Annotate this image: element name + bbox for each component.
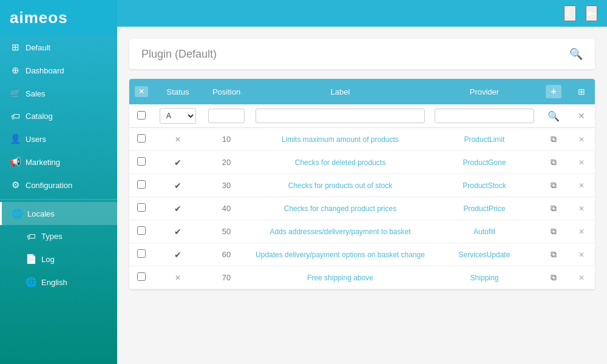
row-provider-cell: Autofill: [430, 220, 539, 243]
col-header-position: Position: [202, 79, 251, 104]
table-row: ✔ 60 Updates delivery/payment options on…: [129, 243, 595, 266]
row-provider-cell: ServicesUpdate: [430, 243, 539, 266]
sidebar-item-configuration[interactable]: ⚙ Configuration: [0, 174, 117, 197]
catalog-icon: 🏷: [10, 111, 21, 121]
sidebar-item-log[interactable]: 📄 Log: [0, 248, 117, 271]
label-filter-input[interactable]: [256, 109, 425, 123]
row-status-cell: ✔: [154, 197, 202, 220]
row-provider-cell: ProductStock: [430, 174, 539, 197]
sidebar-label-locales: Locales: [27, 209, 55, 218]
check-icon: ✔: [174, 250, 181, 260]
col-header-status: Status: [154, 79, 202, 104]
row-status-cell: ✔: [154, 174, 202, 197]
sidebar-item-english[interactable]: 🌐 English: [0, 271, 117, 294]
marketing-icon: 📢: [10, 157, 21, 167]
row-copy-cell: ⧉: [539, 197, 568, 220]
copy-row-button[interactable]: ⧉: [548, 248, 559, 261]
delete-row-button[interactable]: ✕: [576, 134, 587, 145]
table-row: ✔ 40 Checks for changed product prices P…: [129, 197, 595, 220]
sidebar-label-dashboard: Dashboard: [25, 66, 64, 75]
row-delete-cell: ✕: [568, 220, 595, 243]
delete-row-button[interactable]: ✕: [576, 272, 587, 283]
filter-checkbox-cell: [129, 104, 154, 128]
top-bar: ☾ ⇥: [117, 0, 607, 27]
row-checkbox-6[interactable]: [137, 272, 146, 281]
table-row: ✕ 70 Free shipping above Shipping ⧉ ✕: [129, 266, 595, 289]
row-status-cell: ✔: [154, 220, 202, 243]
row-provider-cell: Shipping: [430, 266, 539, 289]
row-checkbox-3[interactable]: [137, 203, 146, 212]
check-icon: ✔: [174, 158, 181, 167]
check-icon: ✔: [174, 204, 181, 214]
delete-row-button[interactable]: ✕: [576, 157, 587, 168]
check-icon: ✔: [174, 227, 181, 237]
row-checkbox-4[interactable]: [137, 226, 146, 235]
provider-filter-input[interactable]: [435, 109, 534, 123]
log-icon: 📄: [25, 254, 36, 265]
copy-row-button[interactable]: ⧉: [548, 202, 559, 215]
row-position-cell: 20: [202, 151, 251, 174]
sidebar-item-catalog[interactable]: 🏷 Catalog: [0, 105, 117, 127]
add-row-button[interactable]: +: [546, 85, 561, 98]
row-checkbox-cell: [129, 220, 154, 243]
filter-status-cell: A I: [154, 104, 202, 128]
sidebar-label-sales: Sales: [25, 89, 46, 98]
status-filter-select[interactable]: A I: [160, 108, 196, 124]
sidebar-item-types[interactable]: 🏷 Types: [0, 225, 117, 248]
table-row: ✕ 10 Limits maximum amount of products P…: [129, 128, 595, 151]
delete-row-button[interactable]: ✕: [576, 249, 587, 260]
select-all-checkbox[interactable]: [137, 111, 146, 120]
row-label-cell: Checks for products out of stock: [251, 174, 430, 197]
close-all-button[interactable]: ✕: [135, 86, 148, 97]
sidebar-item-default[interactable]: ⊞ Default: [0, 36, 117, 59]
delete-row-button[interactable]: ✕: [576, 180, 587, 191]
row-provider-cell: ProductPrice: [430, 197, 539, 220]
row-copy-cell: ⧉: [539, 151, 568, 174]
row-provider-cell: ProductGone: [430, 151, 539, 174]
row-checkbox-cell: [129, 197, 154, 220]
position-filter-input[interactable]: [208, 109, 245, 123]
row-checkbox-0[interactable]: [137, 134, 146, 143]
row-checkbox-2[interactable]: [137, 180, 146, 189]
users-icon: 👤: [10, 133, 21, 144]
logo-text: aimeos: [10, 8, 68, 27]
delete-row-button[interactable]: ✕: [576, 226, 587, 237]
row-checkbox-1[interactable]: [137, 157, 146, 166]
sidebar-item-marketing[interactable]: 📢 Marketing: [0, 150, 117, 174]
row-copy-cell: ⧉: [539, 243, 568, 266]
copy-row-button[interactable]: ⧉: [548, 271, 559, 284]
copy-row-button[interactable]: ⧉: [548, 179, 559, 192]
row-position-cell: 60: [202, 243, 251, 266]
columns-button[interactable]: ⊞: [578, 87, 585, 96]
col-header-cols: ⊞: [568, 79, 595, 104]
sales-icon: 🛒: [10, 88, 21, 99]
sidebar-label-default: Default: [25, 43, 50, 52]
check-icon: ✔: [174, 181, 181, 190]
row-position-cell: 70: [202, 266, 251, 289]
filter-clear-button[interactable]: ✕: [574, 110, 589, 122]
night-mode-button[interactable]: ☾: [564, 5, 576, 21]
grid-icon: ⊞: [10, 42, 21, 53]
sidebar-item-dashboard[interactable]: ⊕ Dashboard: [0, 59, 117, 82]
sidebar-item-sales[interactable]: 🛒 Sales: [0, 82, 117, 105]
row-copy-cell: ⧉: [539, 128, 568, 151]
filter-row: A I 🔍: [129, 104, 595, 128]
sidebar-label-log: Log: [41, 255, 55, 264]
row-checkbox-5[interactable]: [137, 249, 146, 258]
copy-row-button[interactable]: ⧉: [548, 156, 559, 169]
cross-icon: ✕: [175, 274, 181, 282]
filter-search-button[interactable]: 🔍: [544, 109, 563, 123]
sidebar-item-users[interactable]: 👤 Users: [0, 127, 117, 150]
copy-row-button[interactable]: ⧉: [548, 225, 559, 238]
main-content: ☾ ⇥ Plugin (Default) 🔍 ✕ Status Pos: [117, 0, 607, 364]
sidebar-item-locales[interactable]: 🌐 Locales: [0, 202, 117, 225]
col-header-label: Label: [251, 79, 430, 104]
logout-button[interactable]: ⇥: [586, 5, 597, 21]
table-row: ✔ 20 Checks for deleted products Product…: [129, 151, 595, 174]
delete-row-button[interactable]: ✕: [576, 203, 587, 214]
sidebar-label-configuration: Configuration: [25, 181, 72, 190]
filter-provider-cell: [430, 104, 539, 128]
header-search-button[interactable]: 🔍: [569, 47, 583, 61]
copy-row-button[interactable]: ⧉: [548, 133, 559, 146]
row-label-cell: Limits maximum amount of products: [251, 128, 430, 151]
